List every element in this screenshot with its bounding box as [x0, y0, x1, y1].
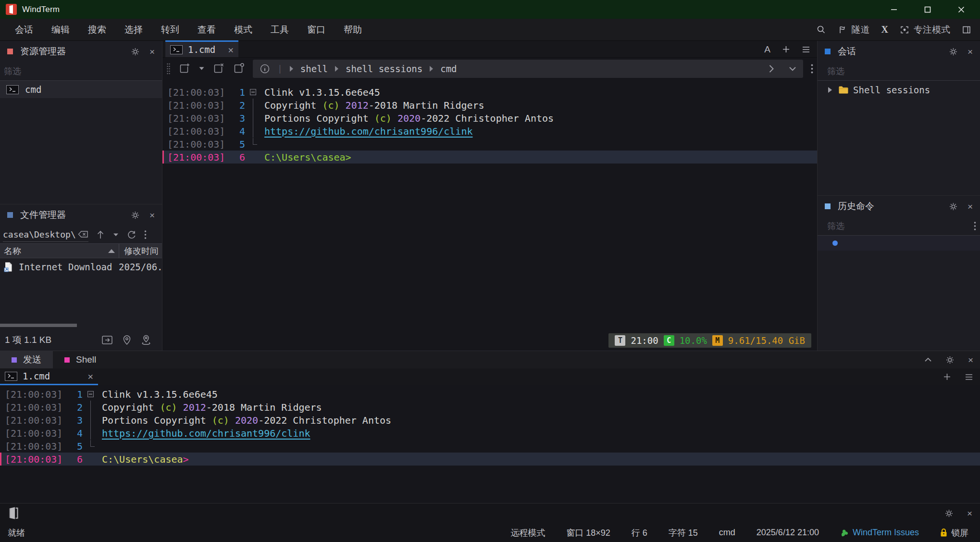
minimize-icon[interactable] [889, 4, 899, 15]
breadcrumb[interactable]: | shellshell sessionscmd [253, 60, 803, 78]
menu-item-10[interactable]: 帮助 [335, 24, 371, 36]
sessions-settings-gear-icon[interactable] [949, 47, 958, 56]
search-icon[interactable] [816, 25, 826, 35]
clear-path-backspace-icon[interactable] [78, 230, 88, 238]
explorer-item-cmd[interactable]: cmd [0, 81, 162, 98]
bottom-panel-tab-2[interactable]: Shell [53, 351, 108, 368]
bottom-panel-tab-1[interactable]: 发送 [0, 351, 53, 368]
tab-close-icon[interactable]: ✕ [228, 44, 234, 55]
layout-icon[interactable] [962, 25, 971, 35]
close-session-icon[interactable] [212, 63, 225, 75]
new-session-icon[interactable] [178, 63, 191, 75]
terminal-output-bottom[interactable]: [21:00:03]1Clink v1.3.15.6e6e45[21:00:03… [0, 385, 980, 466]
collapse-panel-chevron-icon[interactable] [924, 357, 932, 362]
menu-item-5[interactable]: 转到 [152, 24, 188, 36]
status-window-size[interactable]: 窗口 18×92 [566, 527, 610, 539]
terminal-kebab-icon[interactable] [811, 63, 813, 74]
refresh-icon[interactable] [127, 230, 136, 239]
explorer-close-icon[interactable]: × [149, 47, 155, 56]
terminal-text-segment: 2012 [346, 100, 369, 111]
fold-gutter[interactable] [245, 86, 261, 99]
terminal-text-segment [177, 402, 183, 413]
file-table-row[interactable]: Internet Download …2025/06. [0, 258, 162, 275]
explorer-filter-input[interactable]: 筛选 [0, 62, 162, 81]
tab-1cmd[interactable]: 1.cmd ✕ [165, 40, 238, 57]
terminal-hyperlink[interactable]: https://github.com/chrisant996/clink [102, 428, 310, 439]
run-chevron-icon[interactable] [769, 64, 774, 73]
focus-mode-button[interactable]: 专注模式 [900, 24, 950, 36]
history-kebab-icon[interactable] [974, 221, 976, 231]
new-session-dropdown-icon[interactable] [198, 66, 205, 71]
status-datetime[interactable]: 2025/6/12 21:00 [757, 528, 819, 538]
line-number: 1 [59, 389, 83, 400]
tunnel-flag-icon [838, 25, 847, 35]
sessions-tree-item[interactable]: Shell sessions [818, 81, 980, 99]
path-dropdown-chevron-icon[interactable] [112, 232, 119, 237]
status-chars[interactable]: 字符 15 [669, 527, 698, 539]
status-shell-type[interactable]: cmd [719, 528, 735, 538]
info-icon[interactable] [260, 63, 270, 74]
horizontal-scrollbar[interactable] [0, 324, 77, 327]
history-close-icon[interactable]: × [968, 202, 973, 211]
status-lock-screen[interactable]: 锁屏 [940, 527, 968, 539]
drag-grip-icon[interactable] [166, 63, 171, 75]
file-manager-kebab-icon[interactable] [144, 230, 147, 239]
menu-item-8[interactable]: 工具 [261, 24, 298, 36]
menu-item-1[interactable]: 会话 [6, 24, 42, 36]
bottom-tab-list-hamburger-icon[interactable] [965, 374, 973, 380]
bottom-close-icon[interactable]: × [968, 355, 973, 365]
location-pin-icon[interactable] [123, 335, 131, 345]
menu-item-4[interactable]: 选择 [115, 24, 152, 36]
fold-gutter [245, 151, 261, 164]
file-manager-settings-gear-icon[interactable] [131, 211, 140, 220]
bottom-tab-1cmd[interactable]: 1.cmd ✕ [0, 368, 98, 385]
breadcrumb-dropdown-icon[interactable] [789, 66, 796, 71]
windterm-window: WindTerm 会话编辑搜索选择转到查看模式工具窗口帮助 隧道 X [0, 0, 980, 542]
column-header-mtime[interactable]: 修改时间 [119, 245, 159, 257]
status-line[interactable]: 行 6 [632, 527, 647, 539]
file-manager-close-icon[interactable]: × [149, 211, 155, 220]
menu-item-2[interactable]: 编辑 [42, 24, 79, 36]
sessions-filter-input[interactable]: 筛选 [818, 62, 980, 81]
x-server-button[interactable]: X [881, 24, 888, 35]
sessions-close-icon[interactable]: × [968, 47, 973, 56]
bottom-tab-close-icon[interactable]: ✕ [88, 371, 93, 381]
path-input[interactable]: casea\Desktop\ [3, 227, 88, 242]
fold-gutter [83, 427, 98, 440]
breadcrumb-item-2[interactable]: shell sessions [346, 63, 422, 74]
history-item[interactable] [818, 236, 980, 251]
menu-item-3[interactable]: 搜索 [79, 24, 115, 36]
fold-gutter[interactable] [83, 388, 98, 401]
explorer-settings-gear-icon[interactable] [131, 47, 140, 56]
footer-close-icon[interactable]: × [967, 509, 972, 518]
menu-item-9[interactable]: 窗口 [298, 24, 335, 36]
history-settings-gear-icon[interactable] [949, 202, 958, 211]
open-in-explorer-icon[interactable] [101, 335, 113, 345]
terminal-hyperlink[interactable]: https://github.com/chrisant996/clink [264, 126, 472, 137]
status-remote-mode[interactable]: 远程模式 [510, 527, 545, 539]
fold-collapse-icon[interactable] [250, 89, 256, 95]
go-up-icon[interactable] [96, 230, 105, 239]
bottom-new-tab-plus-icon[interactable] [943, 373, 951, 381]
breadcrumb-item-1[interactable]: shell [300, 63, 328, 74]
pin-location-circle-icon[interactable] [141, 335, 151, 345]
clone-session-icon[interactable] [233, 63, 245, 75]
tunnel-button[interactable]: 隧道 [838, 24, 870, 36]
maximize-icon[interactable] [922, 4, 933, 15]
terminal-output-top[interactable]: [21:00:03]1Clink v1.3.15.6e6e45[21:00:03… [162, 79, 817, 164]
tab-list-hamburger-icon[interactable] [802, 46, 810, 53]
breadcrumb-item-3[interactable]: cmd [440, 63, 457, 74]
font-size-button[interactable]: A [764, 44, 770, 55]
menu-item-6[interactable]: 查看 [188, 24, 225, 36]
close-icon[interactable] [956, 4, 967, 15]
footer-settings-gear-icon[interactable] [944, 509, 954, 518]
menu-item-7[interactable]: 模式 [225, 24, 261, 36]
status-issues-link[interactable]: WindTerm Issues [840, 528, 919, 538]
fold-collapse-icon[interactable] [87, 391, 94, 397]
column-header-name[interactable]: 名称 [0, 245, 119, 257]
history-filter-input[interactable]: 筛选 [818, 217, 980, 236]
windterm-door-icon[interactable] [8, 507, 19, 519]
bottom-settings-gear-icon[interactable] [945, 355, 955, 365]
expand-chevron-icon[interactable] [828, 87, 832, 93]
new-tab-plus-icon[interactable] [782, 45, 790, 53]
